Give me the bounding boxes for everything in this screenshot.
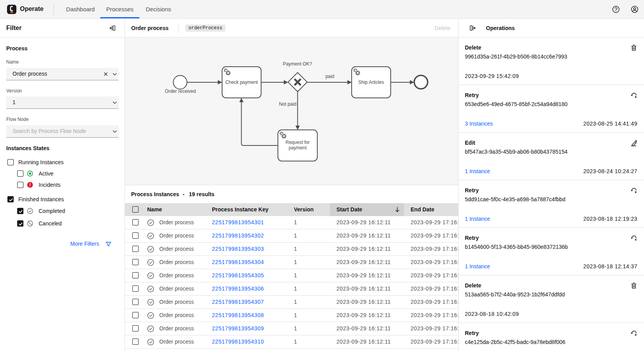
svg-text:paid: paid — [326, 74, 334, 79]
svg-text:payment: payment — [288, 145, 307, 151]
svg-text:Order received: Order received — [165, 89, 196, 94]
svg-text:Ship Articles: Ship Articles — [358, 80, 384, 85]
svg-text:Not paid: Not paid — [279, 101, 297, 107]
svg-text:Check payment: Check payment — [225, 80, 258, 85]
svg-text:Payment OK?: Payment OK? — [283, 61, 312, 67]
svg-text:Request for: Request for — [285, 140, 310, 145]
